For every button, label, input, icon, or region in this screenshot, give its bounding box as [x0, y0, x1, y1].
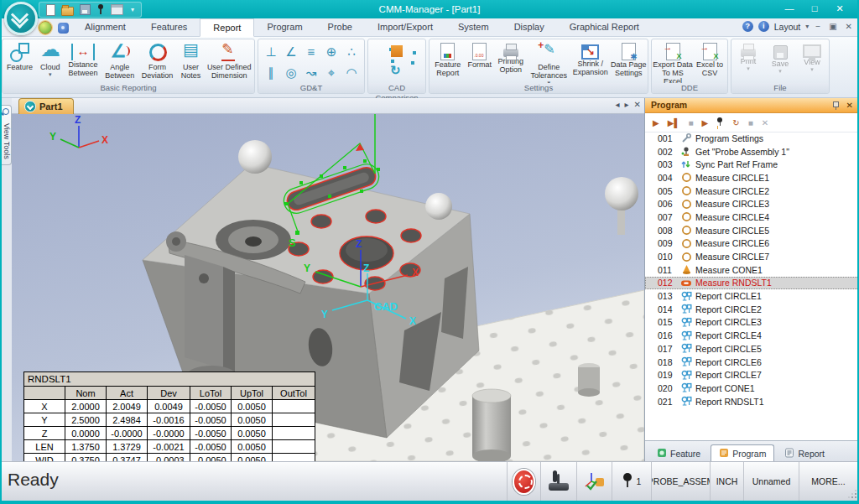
- gdt-symbol-button[interactable]: ∥: [261, 62, 281, 83]
- ribbon-tab[interactable]: Probe: [315, 18, 365, 37]
- program-step[interactable]: 008 Measure CIRCLE5: [645, 224, 859, 237]
- stop-button[interactable]: ■: [688, 118, 693, 127]
- emergency-stop-cell[interactable]: [507, 462, 540, 501]
- gdt-symbol-button[interactable]: ⌖: [321, 62, 341, 83]
- tab-scroll-left-icon[interactable]: ◂: [616, 100, 620, 109]
- ribbon-tab[interactable]: Program: [254, 18, 315, 37]
- run-program-button[interactable]: ▶: [653, 118, 659, 127]
- program-step[interactable]: 015 Report CIRCLE3: [645, 316, 859, 330]
- part-name-cell[interactable]: Unnamed: [743, 462, 799, 501]
- layout-menu[interactable]: Layout: [774, 22, 801, 32]
- layout-caret-icon[interactable]: ▾: [805, 23, 809, 30]
- program-step[interactable]: 005 Measure CIRCLE2: [645, 184, 859, 198]
- 3d-viewport[interactable]: S Z X Y: [12, 114, 644, 461]
- panel-tab[interactable]: Program: [711, 444, 774, 461]
- program-step[interactable]: 003 Sync Part Ref Frame: [645, 158, 859, 171]
- ribbon-tab[interactable]: System: [445, 18, 502, 37]
- angle-between-button[interactable]: Angle Between: [102, 40, 138, 81]
- cad-comparison-button[interactable]: [372, 40, 422, 74]
- view-button[interactable]: View ▾: [796, 40, 828, 71]
- program-step[interactable]: 001 Program Settings: [645, 132, 859, 145]
- resize-grip[interactable]: [848, 490, 856, 498]
- panel-close-icon[interactable]: ✕: [846, 98, 853, 112]
- user-notes-button[interactable]: User Notes: [177, 40, 206, 81]
- gdt-symbol-button[interactable]: ↝: [301, 62, 321, 83]
- program-step[interactable]: 013 Report CIRCLE1: [645, 289, 859, 303]
- gdt-symbol-button[interactable]: ◎: [281, 62, 301, 83]
- gdt-symbol-button[interactable]: ≡: [301, 41, 321, 62]
- gdt-symbol-button[interactable]: ∴: [341, 41, 362, 62]
- minimize-button[interactable]: —: [777, 0, 802, 18]
- program-step[interactable]: 009 Measure CIRCLE6: [645, 237, 859, 251]
- panel-tab[interactable]: Report: [776, 444, 833, 461]
- tab-scroll-right-icon[interactable]: ▸: [625, 100, 629, 109]
- printing-option-button[interactable]: Printing Option: [494, 40, 528, 75]
- program-step[interactable]: 019 Report CIRCLE7: [645, 368, 859, 382]
- doc-close-button[interactable]: ✕: [844, 22, 854, 31]
- cancel-button[interactable]: ✕: [762, 118, 768, 127]
- ribbon-tab[interactable]: Features: [138, 18, 200, 37]
- excel-to-csv-button[interactable]: Excel to CSV: [693, 40, 726, 78]
- save-report-button[interactable]: Save ▾: [764, 40, 796, 73]
- tab-close-icon[interactable]: ✕: [634, 100, 641, 109]
- run-step-button[interactable]: ▶: [702, 118, 709, 127]
- program-step[interactable]: 004 Measure CIRCLE1: [645, 171, 859, 184]
- run-to-end-button[interactable]: ▶▌: [668, 118, 680, 127]
- maximize-button[interactable]: □: [802, 0, 827, 18]
- program-step[interactable]: 016 Report CIRCLE4: [645, 329, 859, 342]
- ribbon-tab[interactable]: Graphical Report: [557, 18, 652, 37]
- ribbon-tab[interactable]: Report: [200, 18, 254, 37]
- tracker-orb-icon[interactable]: [39, 21, 52, 34]
- doc-minimize-button[interactable]: −: [814, 22, 822, 31]
- program-step[interactable]: 021 Report RNDSLT1: [645, 395, 859, 408]
- program-step[interactable]: 017 Report CIRCLE5: [645, 342, 859, 356]
- user-defined-dimension-button[interactable]: User Defined Dimension: [205, 40, 253, 81]
- joystick-cell[interactable]: [540, 462, 576, 501]
- feature-button[interactable]: Feature: [3, 40, 36, 72]
- part1-tab[interactable]: Part1: [18, 98, 74, 114]
- refresh-button[interactable]: ↻: [732, 118, 739, 127]
- program-step[interactable]: 014 Report CIRCLE2: [645, 303, 859, 316]
- units-cell[interactable]: INCH: [710, 462, 743, 501]
- program-step[interactable]: 018 Report CIRCLE6: [645, 356, 859, 369]
- pin-icon[interactable]: [832, 101, 839, 109]
- help-icon[interactable]: ?: [742, 21, 753, 32]
- doc-restore-button[interactable]: ▣: [827, 22, 838, 31]
- cloud-button[interactable]: Cloud ▾: [36, 40, 65, 76]
- program-step[interactable]: 012 Measure RNDSLT1: [645, 277, 859, 290]
- cloud-icon: [39, 42, 62, 63]
- gdt-symbol-button[interactable]: ◠: [341, 62, 362, 83]
- view-tools-tab[interactable]: View Tools: [0, 105, 12, 165]
- info-icon[interactable]: i: [758, 21, 769, 32]
- program-step[interactable]: 020 Report CONE1: [645, 382, 859, 395]
- gdt-symbol-button[interactable]: ⊥: [261, 41, 281, 62]
- panel-tab[interactable]: Feature: [648, 444, 709, 461]
- close-button[interactable]: ✕: [827, 0, 852, 18]
- gdt-symbol-button[interactable]: ⊕: [321, 41, 341, 62]
- probe-toolbar-icon[interactable]: [716, 117, 724, 128]
- probe-assembly-cell[interactable]: PROBE_ASSEM: [651, 462, 710, 501]
- ribbon-tab[interactable]: Import/Export: [365, 18, 445, 37]
- program-step[interactable]: 011 Measure CONE1: [645, 263, 859, 277]
- print-button[interactable]: Print ▾: [732, 40, 764, 70]
- program-step[interactable]: 002 Get "Probe Assembly 1": [645, 145, 859, 158]
- form-deviation-button[interactable]: Form Deviation: [138, 40, 177, 81]
- machine-icon[interactable]: [58, 23, 69, 34]
- ribbon-tab[interactable]: Alignment: [72, 18, 138, 37]
- data-page-settings-button[interactable]: Data Page Settings: [610, 40, 647, 78]
- shrink-expansion-button[interactable]: Shrink / Expansion: [570, 40, 610, 77]
- machine-axes-cell[interactable]: [576, 462, 612, 501]
- distance-between-button[interactable]: Distance Between: [65, 40, 102, 78]
- program-step[interactable]: 010 Measure CIRCLE7: [645, 250, 859, 263]
- gdt-symbol-button[interactable]: ∠: [281, 41, 301, 62]
- probe-status-cell[interactable]: 1: [612, 462, 651, 501]
- app-logo-icon[interactable]: [4, 2, 38, 35]
- program-step[interactable]: 006 Measure CIRCLE3: [645, 197, 859, 210]
- export-excel-button[interactable]: Export Data To MS Excel: [653, 40, 693, 86]
- pause-button[interactable]: ■: [748, 118, 753, 127]
- feature-report-button[interactable]: Feature Report: [430, 40, 466, 78]
- format-button[interactable]: Format: [466, 40, 494, 70]
- program-step[interactable]: 007 Measure CIRCLE4: [645, 210, 859, 224]
- ribbon-tab[interactable]: Display: [502, 18, 557, 37]
- define-tolerances-button[interactable]: Define Tolerances ▾: [528, 40, 570, 85]
